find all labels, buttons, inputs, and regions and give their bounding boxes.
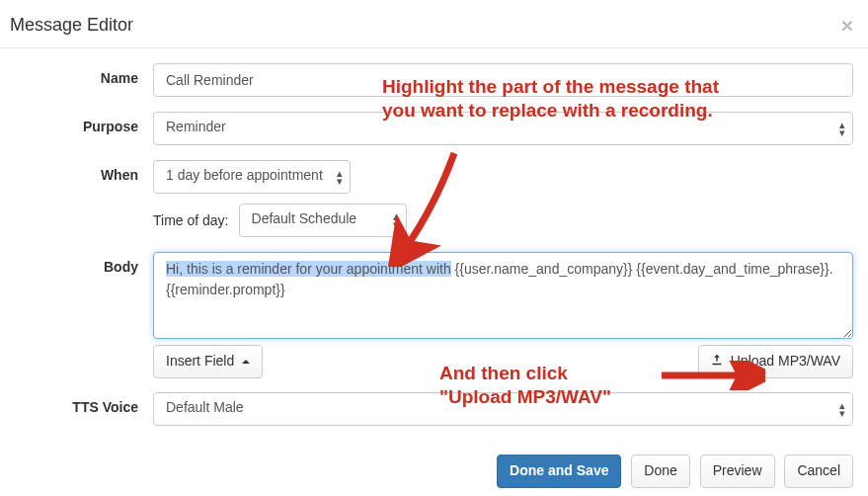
body-toolbar: Insert Field Upload MP3/WAV [153,345,853,378]
row-purpose: Purpose Reminder ▴▾ [15,112,853,145]
label-name: Name [15,63,153,86]
row-tts: TTS Voice Default Male ▴▾ [15,392,853,426]
modal-body: Name Purpose Reminder ▴▾ When 1 day befo… [0,48,868,445]
body-text-rest1: {{user.name_and_company}} {{event.day_an… [451,261,833,277]
when-select[interactable]: 1 day before appointment [153,160,351,194]
upload-label: Upload MP3/WAV [731,353,840,369]
close-icon: × [841,14,853,37]
insert-field-label: Insert Field [166,353,234,369]
name-input[interactable] [153,63,853,97]
body-textarea[interactable]: Hi, this is a reminder for your appointm… [153,252,853,339]
done-button[interactable]: Done [631,455,689,488]
body-text-rest2: {{reminder.prompt}} [166,282,285,297]
insert-field-button[interactable]: Insert Field [153,345,263,378]
row-time-of-day: Time of day: Default Schedule ▴▾ [15,204,853,237]
close-button[interactable]: × [841,15,853,36]
modal-footer: Done and Save Done Preview Cancel [0,445,868,496]
tts-voice-select[interactable]: Default Male [153,392,853,426]
row-body: Body Hi, this is a reminder for your app… [15,252,853,378]
cancel-button[interactable]: Cancel [784,455,853,488]
time-of-day-select[interactable]: Default Schedule [239,204,407,237]
row-when: When 1 day before appointment ▴▾ [15,160,853,194]
modal-header: Message Editor × [0,0,868,48]
row-name: Name [15,63,853,97]
caret-up-icon [242,360,250,364]
purpose-select[interactable]: Reminder [153,112,853,145]
label-body: Body [15,252,153,275]
label-purpose: Purpose [15,112,153,134]
label-tts: TTS Voice [15,392,153,415]
body-highlighted-text: Hi, this is a reminder for your appointm… [166,261,451,277]
label-when: When [15,160,153,183]
label-time-of-day: Time of day: [153,212,229,228]
upload-mp3wav-button[interactable]: Upload MP3/WAV [698,345,853,378]
done-and-save-button[interactable]: Done and Save [497,455,621,488]
message-editor-modal: Message Editor × Name Purpose Reminder ▴… [0,0,868,496]
preview-button[interactable]: Preview [700,455,775,488]
upload-icon [711,353,723,372]
modal-title: Message Editor [10,15,133,36]
